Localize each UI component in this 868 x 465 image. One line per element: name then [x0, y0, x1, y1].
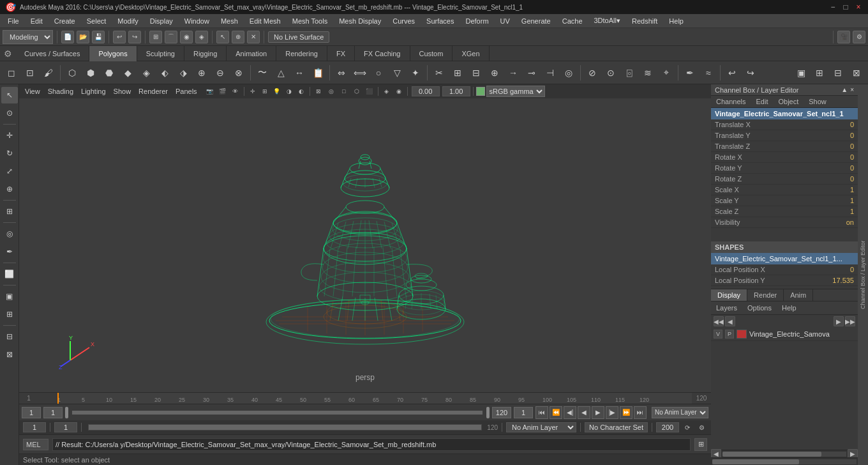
quick-layout1-tool[interactable]: ▣: [1, 288, 18, 305]
extrude-btn[interactable]: ⬡: [63, 64, 81, 82]
cb-shape-name[interactable]: Vintage_Electric_Samovar_Set_ncl1_1...: [711, 253, 858, 264]
cleanup-btn[interactable]: ✦: [407, 64, 424, 82]
menu-generate[interactable]: Generate: [516, 16, 556, 26]
quick-layout4-tool[interactable]: ⊠: [1, 346, 18, 363]
snap-point-btn[interactable]: ◉: [180, 31, 193, 43]
vp-backface-btn[interactable]: ◉: [393, 86, 405, 97]
scroll-right-btn[interactable]: ▶: [834, 316, 844, 326]
save-btn[interactable]: 💾: [92, 31, 105, 43]
redo-icon-btn[interactable]: ↪: [742, 64, 760, 82]
scroll-left-left-btn[interactable]: ◀◀: [714, 316, 724, 326]
play-back-btn[interactable]: ◀: [578, 406, 590, 419]
scale-tool[interactable]: ⤢: [1, 163, 18, 179]
cb-channel-row[interactable]: Visibilityon: [711, 217, 858, 228]
tab-gear-icon[interactable]: ⚙: [0, 46, 15, 61]
next-frame-btn[interactable]: |▶: [606, 406, 618, 419]
cb-shape-channel-row[interactable]: Local Position X0: [711, 264, 858, 275]
menu-file[interactable]: File: [3, 16, 24, 26]
vp-lights-btn[interactable]: 💡: [271, 86, 283, 97]
select-tool-btn[interactable]: ◻: [3, 64, 20, 82]
menu-window[interactable]: Window: [179, 16, 214, 26]
tab-polygons[interactable]: Polygons: [89, 46, 137, 61]
no-live-surface[interactable]: No Live Surface: [268, 31, 329, 43]
clipboard-btn[interactable]: 📋: [309, 64, 327, 82]
gamma-dropdown[interactable]: sRGB gamma: [486, 86, 545, 97]
tab-custom[interactable]: Custom: [410, 46, 453, 61]
new-scene-btn[interactable]: 📄: [61, 31, 74, 43]
xform-btn[interactable]: ⊕: [232, 31, 244, 43]
bool-int-btn[interactable]: ⊗: [230, 64, 248, 82]
anim-layer-select[interactable]: No Anim Layer: [652, 407, 708, 418]
append-btn[interactable]: ⬣: [100, 64, 118, 82]
select-mode-btn[interactable]: ↖: [216, 31, 229, 43]
step-fwd-btn[interactable]: ⏩: [620, 406, 632, 419]
layout3-btn[interactable]: ⊟: [829, 64, 847, 82]
frame-end-field[interactable]: [514, 407, 533, 418]
menu-mesh-tools[interactable]: Mesh Tools: [287, 16, 333, 26]
minimize-btn[interactable]: −: [828, 3, 837, 11]
fill-hole-btn[interactable]: ○: [370, 64, 387, 82]
menu-edit-mesh[interactable]: Edit Mesh: [244, 16, 286, 26]
quick-layout2-tool[interactable]: ⊞: [1, 306, 18, 323]
connect-btn[interactable]: ⊸: [523, 64, 541, 82]
char-set-settings-btn[interactable]: ⚙: [696, 422, 707, 432]
range-start-display[interactable]: [54, 422, 77, 432]
cb-channel-row[interactable]: Rotate Z0: [711, 174, 858, 185]
undo-btn[interactable]: ↩: [113, 31, 126, 43]
relax-btn[interactable]: ≈: [700, 64, 717, 82]
wedge-btn[interactable]: ⌖: [657, 64, 675, 82]
go-start-btn[interactable]: ⏮: [535, 406, 548, 419]
scroll-left-btn[interactable]: ◀: [725, 316, 735, 326]
timeline-ruler[interactable]: 1 5 10 15 20 25 30 35 40 45 50 55 60 65 …: [57, 393, 692, 404]
scroll-right-right-btn[interactable]: ▶▶: [845, 316, 855, 326]
rect-select-tool[interactable]: ⬜: [1, 266, 18, 282]
combine-btn[interactable]: ◈: [137, 64, 155, 82]
cb-channel-row[interactable]: Rotate Y0: [711, 163, 858, 174]
tab-animation[interactable]: Animation: [227, 46, 276, 61]
cut-faces-btn[interactable]: ✂: [430, 64, 448, 82]
vp-isolate-btn[interactable]: ◎: [326, 86, 337, 97]
vp-eye-btn[interactable]: 👁: [230, 86, 241, 97]
layer-v-btn[interactable]: V: [714, 330, 722, 339]
tab-sculpting[interactable]: Sculpting: [137, 46, 184, 61]
crease-btn[interactable]: ≋: [639, 64, 657, 82]
cb-channel-row[interactable]: Scale X1: [711, 185, 858, 195]
menu-edit[interactable]: Edit: [26, 16, 48, 26]
menu-3dtoall[interactable]: 3DtoAll▾: [589, 15, 625, 26]
vp-film-btn[interactable]: 🎬: [217, 86, 228, 97]
slide-edge-btn[interactable]: →: [504, 64, 522, 82]
shading-menu[interactable]: Shading: [45, 87, 77, 96]
mode-dropdown[interactable]: Modeling: [3, 30, 53, 44]
menu-display[interactable]: Display: [145, 16, 178, 26]
cb-expand-btn[interactable]: ▲: [841, 86, 848, 93]
offset-edgeloop-btn[interactable]: ⊟: [467, 64, 485, 82]
help-tab[interactable]: Help: [777, 303, 802, 313]
menu-modify[interactable]: Modify: [112, 16, 143, 26]
vp-ao-btn[interactable]: ◐: [296, 86, 307, 97]
renderer-menu[interactable]: Renderer: [135, 87, 171, 96]
cb-tab-object[interactable]: Object: [773, 96, 804, 107]
tab-xgen[interactable]: XGen: [453, 46, 489, 61]
vp-camera-btn[interactable]: 📷: [204, 86, 216, 97]
fps-field[interactable]: [656, 422, 679, 432]
bool-union-btn[interactable]: ⊕: [193, 64, 211, 82]
tab-rigging[interactable]: Rigging: [184, 46, 227, 61]
layer-scrollbar[interactable]: ◀ ▶: [711, 450, 858, 457]
vp-field1[interactable]: [412, 86, 440, 96]
vp-xray-btn[interactable]: ◈: [381, 86, 393, 97]
range-end-handle[interactable]: [486, 407, 490, 418]
snap-surface-btn[interactable]: ◈: [195, 31, 208, 43]
target-weld-btn[interactable]: ⊙: [602, 64, 620, 82]
layers-tab[interactable]: Layers: [711, 303, 742, 313]
layer-p-btn[interactable]: P: [725, 330, 734, 339]
cb-channel-row[interactable]: Translate Y0: [711, 130, 858, 141]
lasso-tool-btn[interactable]: ⊡: [21, 64, 39, 82]
cb-channel-row[interactable]: Scale Z1: [711, 206, 858, 217]
cb-scrollbar[interactable]: [711, 457, 858, 465]
smooth-btn[interactable]: 〜: [253, 64, 271, 82]
reduce-btn[interactable]: ▽: [388, 64, 406, 82]
vp-manip-btn[interactable]: ✛: [247, 86, 258, 97]
current-frame-field[interactable]: [23, 422, 46, 432]
transfer-btn[interactable]: ↔: [290, 64, 308, 82]
tab-fx[interactable]: FX: [327, 46, 355, 61]
